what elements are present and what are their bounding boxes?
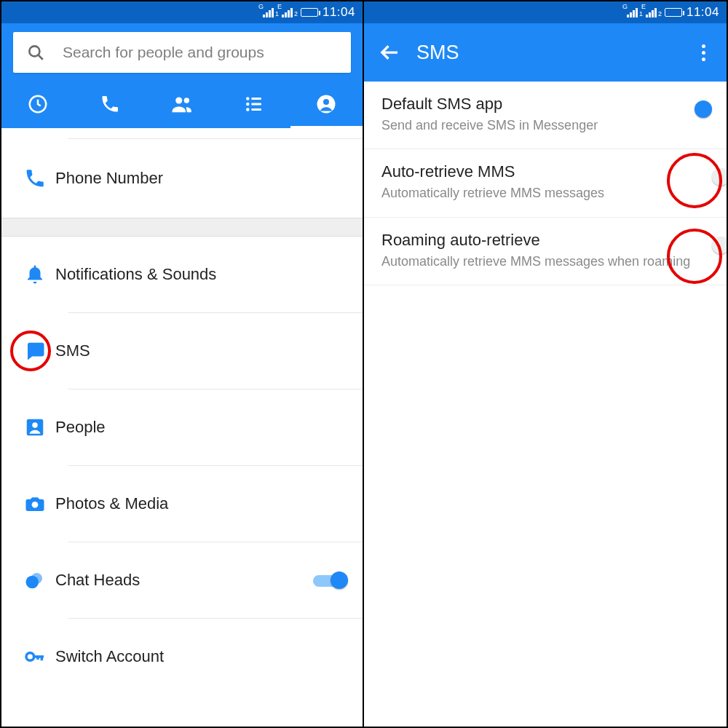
svg-point-14 bbox=[32, 422, 38, 428]
signal-2-icon: E2 bbox=[646, 7, 662, 17]
svg-point-17 bbox=[26, 576, 39, 589]
row-label: Phone Number bbox=[55, 169, 348, 188]
section-divider bbox=[1, 218, 363, 237]
svg-point-18 bbox=[26, 653, 34, 661]
row-label: Chat Heads bbox=[55, 571, 313, 590]
setting-subtitle: Automatically retrieve MMS messages bbox=[381, 184, 703, 202]
setting-roaming[interactable]: Roaming auto-retrieve Automatically retr… bbox=[364, 218, 727, 285]
signal-2-icon: E2 bbox=[282, 7, 298, 17]
overflow-menu-button[interactable] bbox=[689, 44, 718, 61]
row-label: Switch Account bbox=[55, 647, 348, 666]
status-bar: G1 E2 11:04 bbox=[364, 1, 727, 23]
svg-point-5 bbox=[246, 97, 250, 100]
svg-point-0 bbox=[29, 46, 39, 56]
svg-rect-6 bbox=[251, 98, 261, 100]
tab-calls[interactable] bbox=[74, 80, 146, 128]
row-label: People bbox=[55, 418, 348, 437]
status-bar: G1 E2 11:04 bbox=[1, 1, 363, 23]
svg-rect-8 bbox=[251, 103, 261, 105]
row-label: SMS bbox=[55, 341, 348, 360]
svg-point-4 bbox=[184, 98, 189, 103]
person-icon bbox=[15, 416, 55, 438]
signal-1-icon: G1 bbox=[263, 7, 279, 17]
setting-default-sms[interactable]: Default SMS app Send and receive SMS in … bbox=[364, 82, 727, 149]
search-icon bbox=[26, 43, 45, 62]
row-chat-heads[interactable]: Chat Heads bbox=[1, 542, 363, 618]
row-people[interactable]: People bbox=[1, 389, 363, 465]
row-photos[interactable]: Photos & Media bbox=[1, 466, 363, 542]
row-label: Photos & Media bbox=[55, 494, 348, 513]
chat-icon bbox=[15, 340, 55, 362]
camera-icon bbox=[15, 493, 55, 515]
svg-point-12 bbox=[323, 99, 329, 105]
tab-people[interactable] bbox=[146, 80, 218, 128]
phone-icon bbox=[15, 167, 55, 189]
svg-point-3 bbox=[175, 98, 182, 104]
search-bar-wrap bbox=[1, 23, 363, 80]
row-label: Notifications & Sounds bbox=[55, 265, 348, 284]
settings-list: Phone Number Notifications & Sounds SMS … bbox=[1, 128, 363, 695]
svg-rect-10 bbox=[251, 108, 261, 111]
search-input[interactable] bbox=[63, 44, 338, 61]
svg-point-9 bbox=[246, 108, 250, 111]
svg-line-1 bbox=[39, 55, 43, 60]
row-switch-account[interactable]: Switch Account bbox=[1, 619, 363, 695]
search-box[interactable] bbox=[13, 32, 351, 73]
bell-icon bbox=[15, 264, 55, 285]
tab-bar bbox=[1, 80, 363, 128]
chat-heads-icon bbox=[15, 569, 55, 591]
row-notifications[interactable]: Notifications & Sounds bbox=[1, 237, 363, 312]
setting-subtitle: Automatically retrieve MMS messages when… bbox=[381, 253, 703, 270]
row-sms[interactable]: SMS bbox=[1, 313, 363, 389]
settings-list-screen: G1 E2 11:04 bbox=[1, 1, 364, 727]
battery-icon bbox=[301, 8, 318, 17]
key-icon bbox=[15, 645, 55, 668]
signal-1-icon: G1 bbox=[627, 7, 643, 17]
tab-groups[interactable] bbox=[218, 80, 290, 128]
app-bar: SMS bbox=[364, 23, 727, 82]
back-button[interactable] bbox=[373, 41, 408, 63]
tab-profile[interactable] bbox=[290, 80, 363, 128]
sms-settings-screen: G1 E2 11:04 SMS Default SMS app Send and… bbox=[364, 1, 727, 727]
setting-title: Auto-retrieve MMS bbox=[381, 162, 703, 181]
tab-recents[interactable] bbox=[1, 80, 74, 128]
svg-point-7 bbox=[246, 103, 250, 106]
setting-subtitle: Send and receive SMS in Messenger bbox=[381, 116, 703, 134]
setting-title: Roaming auto-retrieve bbox=[381, 231, 703, 250]
status-time: 11:04 bbox=[323, 5, 355, 20]
svg-point-15 bbox=[32, 502, 39, 508]
setting-title: Default SMS app bbox=[381, 95, 703, 114]
row-phone-number[interactable]: Phone Number bbox=[1, 139, 363, 218]
page-title: SMS bbox=[416, 41, 689, 64]
chat-heads-toggle[interactable] bbox=[313, 570, 348, 590]
battery-icon bbox=[665, 8, 682, 17]
setting-auto-retrieve[interactable]: Auto-retrieve MMS Automatically retrieve… bbox=[364, 149, 727, 217]
status-time: 11:04 bbox=[687, 5, 719, 20]
